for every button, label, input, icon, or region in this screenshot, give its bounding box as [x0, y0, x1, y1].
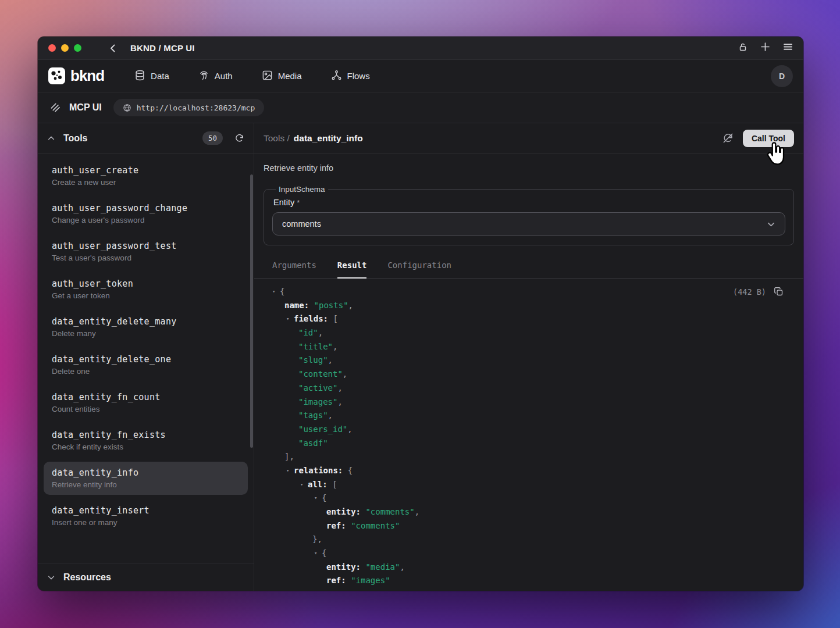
sidebar-item-data_entity_insert[interactable]: data_entity_insertInsert one or many	[44, 499, 248, 533]
json-line: ref: "images"	[254, 574, 803, 588]
tool-detail-header: Tools / data_entity_info Call Tool	[254, 123, 803, 154]
tools-sidebar: Tools 50 auth_user_createCreate a new us…	[38, 123, 254, 591]
breadcrumb[interactable]: Tools /	[264, 133, 290, 144]
minimize-window-button[interactable]	[61, 44, 69, 52]
sidebar-item-auth_user_create[interactable]: auth_user_createCreate a new user	[44, 159, 248, 192]
auto-call-off-icon[interactable]	[722, 133, 734, 144]
close-window-button[interactable]	[48, 44, 56, 52]
menu-icon[interactable]	[783, 42, 793, 54]
entity-select-value: comments	[282, 219, 321, 229]
window-title: BKND / MCP UI	[130, 43, 195, 53]
user-avatar[interactable]: D	[771, 65, 793, 87]
zoom-window-button[interactable]	[74, 44, 81, 52]
tab-arguments[interactable]: Arguments	[272, 261, 316, 279]
json-string: "content"	[298, 369, 343, 379]
resources-section-header[interactable]: Resources	[38, 563, 254, 591]
tool-name: data_entity_insert	[52, 505, 240, 516]
json-line: "asdf"	[254, 437, 803, 451]
json-line: },	[254, 533, 803, 547]
sidebar-item-data_entity_fn_exists[interactable]: data_entity_fn_existsCheck if entity exi…	[44, 424, 248, 457]
copy-icon[interactable]	[774, 287, 784, 297]
json-key: entity:	[326, 562, 365, 572]
nav-label: Media	[278, 71, 302, 81]
json-punct: ,	[415, 507, 419, 516]
json-string: "slug"	[298, 355, 328, 365]
mcp-icon	[49, 102, 61, 113]
json-key: name:	[284, 301, 314, 310]
json-string: "comments"	[351, 521, 400, 530]
sidebar-item-auth_user_password_test[interactable]: auth_user_password_testTest a user's pas…	[44, 235, 248, 268]
refresh-icon[interactable]	[234, 133, 244, 143]
tools-count-badge: 50	[202, 131, 223, 145]
entity-field-label: Entity*	[273, 198, 785, 207]
nav-item-media[interactable]: Media	[262, 70, 302, 83]
json-line: ▾{	[254, 491, 803, 505]
json-string: "asdf"	[298, 438, 328, 448]
window-titlebar: BKND / MCP UI	[38, 37, 803, 60]
sidebar-item-auth_user_token[interactable]: auth_user_tokenGet a user token	[44, 273, 248, 306]
json-line: entity: "media",	[254, 561, 803, 575]
tool-description: Delete one	[52, 367, 240, 376]
json-line: name: "posts",	[254, 299, 803, 313]
json-line: ref: "comments"	[254, 519, 803, 533]
tools-list: auth_user_createCreate a new userauth_us…	[38, 154, 254, 563]
json-punct: },	[312, 534, 322, 544]
tool-detail-panel: Tools / data_entity_info Call Tool Retri…	[254, 123, 803, 591]
tool-name: data_entity_fn_count	[52, 392, 240, 402]
json-line: ▾all: [	[254, 478, 803, 492]
bknd-logo[interactable]: bknd	[48, 67, 104, 85]
collapse-toggle-icon[interactable]: ▾	[284, 312, 294, 326]
tool-description: Count entities	[52, 405, 240, 413]
call-tool-button[interactable]: Call Tool	[743, 130, 794, 147]
sidebar-item-data_entity_delete_one[interactable]: data_entity_delete_oneDelete one	[44, 348, 248, 381]
json-string: "comments"	[365, 507, 414, 516]
nav-label: Auth	[215, 71, 233, 81]
tab-configuration[interactable]: Configuration	[387, 261, 451, 279]
sidebar-item-auth_user_password_change[interactable]: auth_user_password_changeChange a user's…	[44, 197, 248, 230]
tools-section-header[interactable]: Tools 50	[38, 123, 254, 154]
collapse-toggle-icon[interactable]: ▾	[270, 285, 280, 299]
json-punct: ,	[337, 383, 342, 392]
json-punct: ,	[347, 424, 352, 434]
sidebar-item-data_entity_delete_many[interactable]: data_entity_delete_manyDelete many	[44, 311, 248, 344]
collapse-toggle-icon[interactable]: ▾	[298, 478, 308, 492]
json-line: "slug",	[254, 354, 803, 367]
tool-name: auth_user_token	[52, 279, 240, 289]
json-line: "tags",	[254, 409, 803, 423]
lock-icon[interactable]	[738, 42, 748, 54]
mcp-title: MCP UI	[69, 102, 102, 113]
json-line: ▾{	[254, 547, 803, 561]
json-line: ▾fields: [	[254, 312, 803, 326]
json-punct: ,	[400, 562, 404, 572]
collapse-toggle-icon[interactable]: ▾	[312, 547, 322, 561]
nav-item-flows[interactable]: Flows	[331, 70, 370, 83]
collapse-toggle-icon[interactable]: ▾	[284, 464, 294, 478]
tool-description: Delete many	[52, 329, 240, 338]
tool-name: data_entity_fn_exists	[52, 430, 240, 440]
sidebar-item-data_entity_info[interactable]: data_entity_infoRetrieve entity info	[44, 462, 248, 495]
json-line: "images",	[254, 395, 803, 409]
mcp-url-pill[interactable]: http://localhost:28623/mcp	[113, 99, 265, 116]
tab-result[interactable]: Result	[337, 261, 367, 279]
nav-item-data[interactable]: Data	[134, 70, 169, 83]
json-string: "images"	[351, 576, 390, 585]
tool-description: Check if entity exists	[52, 443, 240, 451]
sidebar-item-data_entity_fn_count[interactable]: data_entity_fn_countCount entities	[44, 386, 248, 419]
entity-select[interactable]: comments	[272, 212, 785, 236]
new-tab-icon[interactable]	[760, 42, 770, 54]
json-punct: ,	[348, 301, 353, 310]
tool-name: auth_user_create	[52, 165, 240, 176]
json-key: all:	[308, 480, 332, 489]
chevron-up-icon	[47, 134, 55, 142]
json-punct: ,	[318, 328, 323, 337]
required-marker: *	[297, 198, 300, 207]
json-punct: [	[332, 480, 337, 489]
sidebar-scrollbar[interactable]	[250, 174, 253, 448]
tool-description: Insert one or many	[52, 518, 240, 527]
json-punct: ,	[328, 355, 333, 365]
back-icon[interactable]	[108, 44, 118, 53]
collapse-toggle-icon[interactable]: ▾	[312, 491, 322, 505]
nav-item-auth[interactable]: Auth	[198, 70, 233, 83]
traffic-lights	[48, 44, 81, 52]
json-line: "content",	[254, 367, 803, 381]
